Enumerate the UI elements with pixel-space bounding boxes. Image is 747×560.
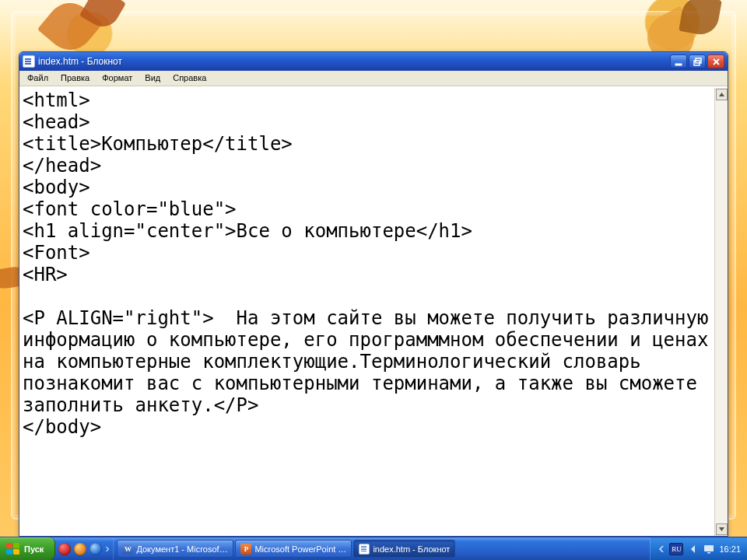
svg-rect-0: [675, 64, 682, 65]
window-controls: [670, 54, 724, 68]
restore-icon: [693, 58, 702, 66]
language-indicator[interactable]: RU: [669, 543, 683, 555]
taskbar-item-label: index.htm - Блокнот: [373, 544, 450, 554]
taskbar: Пуск Документ1 - Microsoft ...Microsoft …: [0, 537, 747, 560]
svg-rect-11: [707, 552, 710, 554]
np-icon: [359, 544, 370, 555]
quick-launch-icon[interactable]: [58, 543, 71, 555]
word-icon: [122, 544, 133, 555]
notepad-window: index.htm - Блокнот Файл Правка Формат В…: [19, 51, 728, 537]
close-button[interactable]: [707, 54, 724, 68]
minimize-icon: [675, 58, 683, 66]
taskbar-item[interactable]: Документ1 - Microsoft ...: [117, 540, 233, 558]
svg-rect-10: [704, 545, 714, 551]
chevron-right-icon: [105, 546, 110, 552]
display-icon: [703, 544, 714, 555]
taskbar-clock[interactable]: 16:21: [719, 544, 741, 554]
menu-view[interactable]: Вид: [139, 71, 167, 86]
decoration-leaf: [679, 0, 722, 37]
scroll-down-button[interactable]: [716, 523, 728, 535]
menu-edit[interactable]: Правка: [54, 71, 96, 86]
taskbar-item[interactable]: Microsoft PowerPoint - [...: [235, 540, 352, 558]
text-editor[interactable]: <html> <head> <title>Компьютер</title> <…: [19, 88, 714, 536]
menu-help[interactable]: Справка: [167, 71, 212, 86]
titlebar[interactable]: index.htm - Блокнот: [19, 52, 728, 71]
svg-marker-6: [719, 527, 724, 531]
svg-marker-8: [659, 546, 664, 552]
menu-file[interactable]: Файл: [21, 71, 54, 86]
restore-button[interactable]: [689, 54, 706, 68]
taskbar-item[interactable]: index.htm - Блокнот: [353, 540, 455, 558]
chevron-up-icon: [718, 91, 725, 98]
scroll-track[interactable]: [716, 101, 728, 523]
window-title: index.htm - Блокнот: [38, 56, 670, 67]
taskbar-item-label: Документ1 - Microsoft ...: [136, 544, 228, 554]
start-button[interactable]: Пуск: [0, 537, 55, 560]
menubar: Файл Правка Формат Вид Справка: [19, 71, 728, 86]
system-tray: RU 16:21: [650, 537, 747, 560]
ppt-icon: [240, 544, 251, 555]
start-label: Пуск: [24, 544, 44, 554]
quick-launch-icon[interactable]: [74, 543, 86, 555]
taskbar-tasks: Документ1 - Microsoft ...Microsoft Power…: [114, 537, 650, 560]
tray-expand[interactable]: [658, 544, 665, 554]
chevron-left-icon: [658, 546, 665, 552]
minimize-button[interactable]: [670, 54, 687, 68]
vertical-scrollbar[interactable]: [714, 88, 728, 536]
editor-area: <html> <head> <title>Компьютер</title> <…: [19, 86, 728, 536]
notepad-icon: [23, 55, 35, 68]
menu-format[interactable]: Формат: [96, 71, 139, 86]
svg-marker-5: [719, 93, 724, 96]
tray-icon[interactable]: [703, 544, 714, 555]
taskbar-item-label: Microsoft PowerPoint - [...: [254, 544, 346, 554]
chevron-left-icon: [688, 544, 699, 555]
chevron-down-icon: [718, 526, 725, 533]
quick-launch-icon[interactable]: [89, 543, 102, 555]
svg-marker-9: [691, 545, 695, 553]
windows-logo-icon: [6, 543, 20, 555]
tray-icon[interactable]: [688, 544, 699, 555]
close-icon: [712, 58, 721, 66]
scroll-up-button[interactable]: [716, 89, 728, 100]
quick-launch-expand[interactable]: [105, 537, 110, 560]
quick-launch: [55, 537, 114, 560]
svg-marker-7: [106, 547, 110, 551]
